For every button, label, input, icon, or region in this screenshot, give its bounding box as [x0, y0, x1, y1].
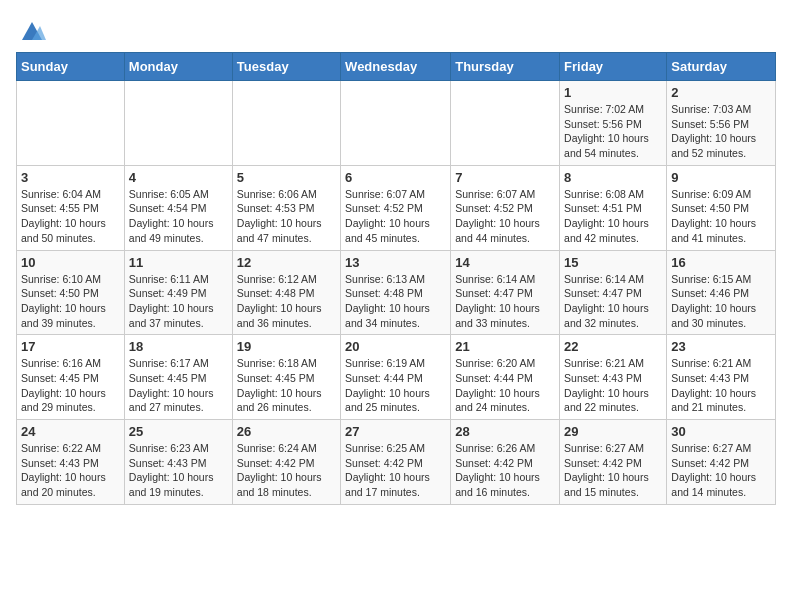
day-number: 24: [21, 424, 120, 439]
day-number: 3: [21, 170, 120, 185]
day-info: Sunrise: 6:13 AM Sunset: 4:48 PM Dayligh…: [345, 272, 446, 331]
day-info: Sunrise: 7:03 AM Sunset: 5:56 PM Dayligh…: [671, 102, 771, 161]
day-cell: 2Sunrise: 7:03 AM Sunset: 5:56 PM Daylig…: [667, 81, 776, 166]
day-cell: 10Sunrise: 6:10 AM Sunset: 4:50 PM Dayli…: [17, 250, 125, 335]
day-info: Sunrise: 6:24 AM Sunset: 4:42 PM Dayligh…: [237, 441, 336, 500]
day-number: 12: [237, 255, 336, 270]
day-cell: 22Sunrise: 6:21 AM Sunset: 4:43 PM Dayli…: [560, 335, 667, 420]
day-info: Sunrise: 6:07 AM Sunset: 4:52 PM Dayligh…: [455, 187, 555, 246]
day-cell: [451, 81, 560, 166]
day-number: 16: [671, 255, 771, 270]
day-cell: 17Sunrise: 6:16 AM Sunset: 4:45 PM Dayli…: [17, 335, 125, 420]
day-cell: 25Sunrise: 6:23 AM Sunset: 4:43 PM Dayli…: [124, 420, 232, 505]
day-info: Sunrise: 6:25 AM Sunset: 4:42 PM Dayligh…: [345, 441, 446, 500]
day-cell: [341, 81, 451, 166]
day-number: 17: [21, 339, 120, 354]
day-cell: 4Sunrise: 6:05 AM Sunset: 4:54 PM Daylig…: [124, 165, 232, 250]
day-cell: 3Sunrise: 6:04 AM Sunset: 4:55 PM Daylig…: [17, 165, 125, 250]
day-cell: 30Sunrise: 6:27 AM Sunset: 4:42 PM Dayli…: [667, 420, 776, 505]
calendar-header: SundayMondayTuesdayWednesdayThursdayFrid…: [17, 53, 776, 81]
day-info: Sunrise: 6:26 AM Sunset: 4:42 PM Dayligh…: [455, 441, 555, 500]
day-number: 9: [671, 170, 771, 185]
week-row-2: 10Sunrise: 6:10 AM Sunset: 4:50 PM Dayli…: [17, 250, 776, 335]
header-friday: Friday: [560, 53, 667, 81]
day-info: Sunrise: 6:11 AM Sunset: 4:49 PM Dayligh…: [129, 272, 228, 331]
week-row-4: 24Sunrise: 6:22 AM Sunset: 4:43 PM Dayli…: [17, 420, 776, 505]
day-cell: 29Sunrise: 6:27 AM Sunset: 4:42 PM Dayli…: [560, 420, 667, 505]
day-number: 29: [564, 424, 662, 439]
logo-icon: [18, 16, 46, 44]
day-cell: 26Sunrise: 6:24 AM Sunset: 4:42 PM Dayli…: [232, 420, 340, 505]
day-number: 25: [129, 424, 228, 439]
day-info: Sunrise: 6:14 AM Sunset: 4:47 PM Dayligh…: [455, 272, 555, 331]
day-cell: 12Sunrise: 6:12 AM Sunset: 4:48 PM Dayli…: [232, 250, 340, 335]
calendar-table: SundayMondayTuesdayWednesdayThursdayFrid…: [16, 52, 776, 505]
day-info: Sunrise: 6:20 AM Sunset: 4:44 PM Dayligh…: [455, 356, 555, 415]
day-cell: [232, 81, 340, 166]
header-wednesday: Wednesday: [341, 53, 451, 81]
week-row-3: 17Sunrise: 6:16 AM Sunset: 4:45 PM Dayli…: [17, 335, 776, 420]
day-number: 6: [345, 170, 446, 185]
day-info: Sunrise: 6:09 AM Sunset: 4:50 PM Dayligh…: [671, 187, 771, 246]
day-cell: 8Sunrise: 6:08 AM Sunset: 4:51 PM Daylig…: [560, 165, 667, 250]
day-cell: 6Sunrise: 6:07 AM Sunset: 4:52 PM Daylig…: [341, 165, 451, 250]
day-number: 26: [237, 424, 336, 439]
day-number: 15: [564, 255, 662, 270]
day-cell: [124, 81, 232, 166]
header-monday: Monday: [124, 53, 232, 81]
day-info: Sunrise: 6:27 AM Sunset: 4:42 PM Dayligh…: [564, 441, 662, 500]
day-info: Sunrise: 6:16 AM Sunset: 4:45 PM Dayligh…: [21, 356, 120, 415]
day-number: 23: [671, 339, 771, 354]
day-info: Sunrise: 6:19 AM Sunset: 4:44 PM Dayligh…: [345, 356, 446, 415]
day-cell: 11Sunrise: 6:11 AM Sunset: 4:49 PM Dayli…: [124, 250, 232, 335]
day-info: Sunrise: 6:18 AM Sunset: 4:45 PM Dayligh…: [237, 356, 336, 415]
day-cell: 16Sunrise: 6:15 AM Sunset: 4:46 PM Dayli…: [667, 250, 776, 335]
week-row-1: 3Sunrise: 6:04 AM Sunset: 4:55 PM Daylig…: [17, 165, 776, 250]
day-number: 21: [455, 339, 555, 354]
header-saturday: Saturday: [667, 53, 776, 81]
day-cell: 24Sunrise: 6:22 AM Sunset: 4:43 PM Dayli…: [17, 420, 125, 505]
day-number: 5: [237, 170, 336, 185]
day-number: 10: [21, 255, 120, 270]
header-row: SundayMondayTuesdayWednesdayThursdayFrid…: [17, 53, 776, 81]
day-info: Sunrise: 6:08 AM Sunset: 4:51 PM Dayligh…: [564, 187, 662, 246]
day-number: 2: [671, 85, 771, 100]
day-number: 27: [345, 424, 446, 439]
day-cell: [17, 81, 125, 166]
page-header: [16, 16, 776, 44]
day-info: Sunrise: 6:07 AM Sunset: 4:52 PM Dayligh…: [345, 187, 446, 246]
day-info: Sunrise: 6:21 AM Sunset: 4:43 PM Dayligh…: [564, 356, 662, 415]
day-info: Sunrise: 6:10 AM Sunset: 4:50 PM Dayligh…: [21, 272, 120, 331]
day-info: Sunrise: 6:17 AM Sunset: 4:45 PM Dayligh…: [129, 356, 228, 415]
day-number: 4: [129, 170, 228, 185]
day-number: 19: [237, 339, 336, 354]
day-info: Sunrise: 6:15 AM Sunset: 4:46 PM Dayligh…: [671, 272, 771, 331]
day-info: Sunrise: 6:23 AM Sunset: 4:43 PM Dayligh…: [129, 441, 228, 500]
day-number: 20: [345, 339, 446, 354]
day-cell: 28Sunrise: 6:26 AM Sunset: 4:42 PM Dayli…: [451, 420, 560, 505]
day-info: Sunrise: 6:04 AM Sunset: 4:55 PM Dayligh…: [21, 187, 120, 246]
day-number: 28: [455, 424, 555, 439]
day-number: 8: [564, 170, 662, 185]
day-number: 18: [129, 339, 228, 354]
logo: [16, 16, 46, 44]
day-cell: 9Sunrise: 6:09 AM Sunset: 4:50 PM Daylig…: [667, 165, 776, 250]
day-info: Sunrise: 6:06 AM Sunset: 4:53 PM Dayligh…: [237, 187, 336, 246]
day-cell: 23Sunrise: 6:21 AM Sunset: 4:43 PM Dayli…: [667, 335, 776, 420]
header-thursday: Thursday: [451, 53, 560, 81]
day-info: Sunrise: 6:14 AM Sunset: 4:47 PM Dayligh…: [564, 272, 662, 331]
day-info: Sunrise: 7:02 AM Sunset: 5:56 PM Dayligh…: [564, 102, 662, 161]
day-cell: 18Sunrise: 6:17 AM Sunset: 4:45 PM Dayli…: [124, 335, 232, 420]
day-number: 7: [455, 170, 555, 185]
day-info: Sunrise: 6:05 AM Sunset: 4:54 PM Dayligh…: [129, 187, 228, 246]
day-cell: 14Sunrise: 6:14 AM Sunset: 4:47 PM Dayli…: [451, 250, 560, 335]
header-sunday: Sunday: [17, 53, 125, 81]
day-cell: 1Sunrise: 7:02 AM Sunset: 5:56 PM Daylig…: [560, 81, 667, 166]
day-info: Sunrise: 6:22 AM Sunset: 4:43 PM Dayligh…: [21, 441, 120, 500]
day-cell: 13Sunrise: 6:13 AM Sunset: 4:48 PM Dayli…: [341, 250, 451, 335]
calendar-body: 1Sunrise: 7:02 AM Sunset: 5:56 PM Daylig…: [17, 81, 776, 505]
week-row-0: 1Sunrise: 7:02 AM Sunset: 5:56 PM Daylig…: [17, 81, 776, 166]
day-number: 11: [129, 255, 228, 270]
day-info: Sunrise: 6:27 AM Sunset: 4:42 PM Dayligh…: [671, 441, 771, 500]
day-cell: 7Sunrise: 6:07 AM Sunset: 4:52 PM Daylig…: [451, 165, 560, 250]
